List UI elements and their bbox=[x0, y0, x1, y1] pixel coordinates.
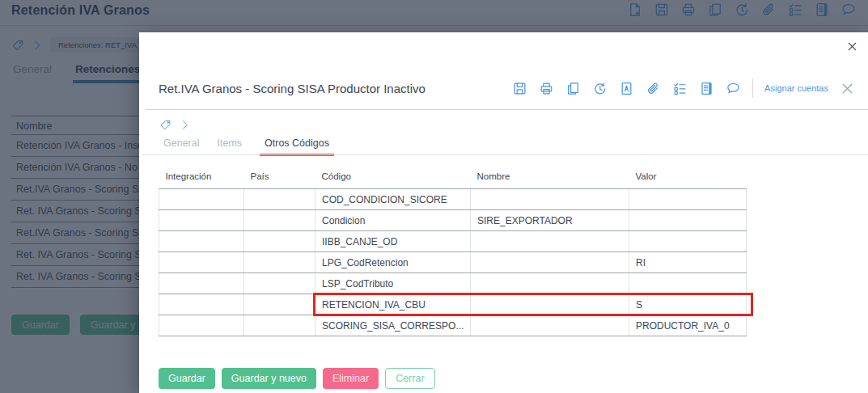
table-row: LPG_CodRetencionRI bbox=[159, 252, 747, 273]
cell-pais[interactable] bbox=[244, 315, 315, 336]
cell-nombre[interactable] bbox=[471, 273, 629, 294]
cell-codigo[interactable]: LPG_CodRetencion bbox=[315, 252, 471, 273]
attachment-icon[interactable] bbox=[646, 81, 661, 96]
cell-integracion[interactable] bbox=[159, 252, 244, 273]
document-a-icon[interactable] bbox=[619, 81, 634, 96]
modal-header: Ret.IVA Granos - Scoring SISA Productor … bbox=[159, 74, 855, 102]
modal-toolbar: Asignar cuentas bbox=[512, 78, 855, 98]
separator bbox=[146, 109, 868, 110]
print-icon[interactable] bbox=[539, 81, 554, 96]
cell-nombre[interactable] bbox=[471, 231, 629, 252]
cell-nombre[interactable] bbox=[471, 252, 629, 273]
modal: Ret.IVA Granos - Scoring SISA Productor … bbox=[139, 32, 868, 393]
cell-codigo[interactable]: SCORING_SISA_CORRESPO... bbox=[315, 315, 471, 336]
cell-nombre[interactable]: SIRE_EXPORTADOR bbox=[471, 210, 629, 231]
modal-tab-items[interactable]: Items bbox=[217, 137, 242, 156]
cell-valor[interactable] bbox=[629, 231, 747, 252]
history-icon[interactable] bbox=[592, 81, 608, 96]
assign-accounts-link[interactable]: Asignar cuentas bbox=[764, 83, 828, 93]
cell-nombre[interactable] bbox=[471, 315, 629, 336]
comment-icon[interactable] bbox=[726, 81, 741, 96]
chevron-right-icon bbox=[179, 119, 191, 131]
separator bbox=[142, 154, 868, 155]
cell-integracion[interactable] bbox=[159, 294, 244, 315]
cell-codigo[interactable]: RETENCION_IVA_CBU bbox=[315, 294, 471, 315]
cell-integracion[interactable] bbox=[159, 210, 244, 231]
cell-pais[interactable] bbox=[244, 252, 315, 273]
column-header-integracion: Integración bbox=[159, 170, 244, 189]
tag-icon[interactable] bbox=[159, 119, 171, 131]
cell-valor[interactable]: PRODUCTOR_IVA_0 bbox=[629, 315, 747, 336]
cell-valor[interactable]: S bbox=[629, 294, 747, 315]
guardar-button[interactable]: Guardar bbox=[159, 368, 215, 389]
cerrar-button[interactable]: Cerrar bbox=[385, 368, 434, 389]
cell-pais[interactable] bbox=[244, 294, 315, 315]
toolbar-close-icon[interactable] bbox=[840, 81, 855, 96]
modal-tab-otros-codigos[interactable]: Otros Códigos bbox=[260, 137, 334, 156]
eliminar-button[interactable]: Eliminar bbox=[323, 368, 379, 389]
guardar-y-nuevo-button[interactable]: Guardar y nuevo bbox=[222, 368, 316, 389]
cell-codigo[interactable]: IIBB_CANJE_OD bbox=[315, 231, 471, 252]
modal-title: Ret.IVA Granos - Scoring SISA Productor … bbox=[159, 82, 426, 95]
cell-pais[interactable] bbox=[244, 273, 315, 294]
cell-codigo[interactable]: LSP_CodTributo bbox=[315, 273, 471, 294]
cell-integracion[interactable] bbox=[159, 231, 244, 252]
table-row: LSP_CodTributo bbox=[159, 273, 747, 294]
checklist-icon[interactable] bbox=[672, 81, 688, 96]
modal-footer-buttons: GuardarGuardar y nuevoEliminarCerrar bbox=[159, 368, 435, 389]
column-header-valor: Valor bbox=[629, 170, 747, 189]
save-icon[interactable] bbox=[512, 81, 527, 96]
modal-breadcrumb bbox=[159, 119, 191, 131]
table-row: CondicionSIRE_EXPORTADOR bbox=[159, 210, 747, 231]
table-row: IIBB_CANJE_OD bbox=[159, 231, 747, 252]
column-header-pais: País bbox=[244, 170, 315, 189]
cell-pais[interactable] bbox=[244, 231, 315, 252]
cell-pais[interactable] bbox=[244, 210, 315, 231]
cell-valor[interactable] bbox=[629, 210, 747, 231]
table-row: SCORING_SISA_CORRESPO...PRODUCTOR_IVA_0 bbox=[159, 315, 747, 336]
table-row: RETENCION_IVA_CBUS bbox=[159, 294, 747, 315]
toolbar-divider bbox=[752, 78, 753, 98]
journal-icon[interactable] bbox=[699, 81, 714, 96]
otros-codigos-table: IntegraciónPaísCódigoNombreValor COD_CON… bbox=[159, 170, 747, 336]
table-row: COD_CONDICION_SICORE bbox=[159, 189, 747, 210]
cell-valor[interactable] bbox=[629, 189, 747, 210]
modal-tab-bar: GeneralItemsOtros Códigos bbox=[163, 137, 334, 156]
cell-pais[interactable] bbox=[244, 189, 315, 210]
close-icon[interactable] bbox=[846, 40, 858, 53]
cell-codigo[interactable]: Condicion bbox=[315, 210, 471, 231]
cell-valor[interactable] bbox=[629, 273, 747, 294]
cell-valor[interactable]: RI bbox=[629, 252, 747, 273]
column-header-nombre: Nombre bbox=[471, 170, 629, 189]
cell-nombre[interactable] bbox=[471, 189, 629, 210]
cell-integracion[interactable] bbox=[159, 273, 244, 294]
cell-integracion[interactable] bbox=[159, 315, 244, 336]
modal-tab-general[interactable]: General bbox=[163, 137, 199, 156]
column-header-codigo: Código bbox=[315, 170, 471, 189]
otros-codigos-table-wrap: IntegraciónPaísCódigoNombreValor COD_CON… bbox=[159, 170, 747, 336]
cell-integracion[interactable] bbox=[159, 189, 244, 210]
cell-nombre[interactable] bbox=[471, 294, 629, 315]
copy-icon[interactable] bbox=[565, 81, 581, 96]
cell-codigo[interactable]: COD_CONDICION_SICORE bbox=[315, 189, 471, 210]
